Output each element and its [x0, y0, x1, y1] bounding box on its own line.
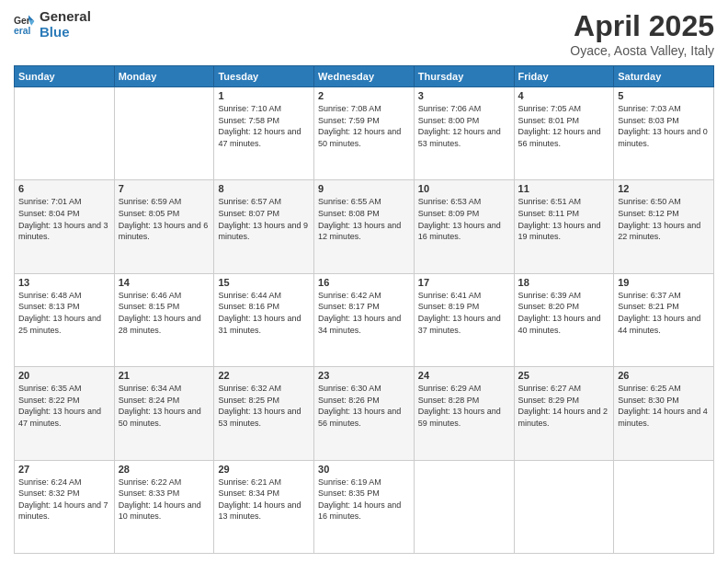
- day-number: 23: [318, 370, 410, 381]
- day-info: Sunrise: 7:08 AM Sunset: 7:59 PM Dayligh…: [318, 103, 410, 149]
- calendar-cell: 17Sunrise: 6:41 AM Sunset: 8:19 PM Dayli…: [414, 273, 514, 366]
- day-info: Sunrise: 6:42 AM Sunset: 8:17 PM Dayligh…: [318, 290, 410, 336]
- day-info: Sunrise: 6:35 AM Sunset: 8:22 PM Dayligh…: [18, 383, 110, 429]
- day-info: Sunrise: 7:01 AM Sunset: 8:04 PM Dayligh…: [18, 196, 110, 242]
- logo-icon: Gen eral: [14, 14, 36, 36]
- page: Gen eral General Blue April 2025 Oyace, …: [0, 0, 728, 563]
- calendar-cell: [514, 460, 614, 553]
- day-number: 28: [119, 464, 210, 475]
- header-friday: Friday: [514, 66, 614, 87]
- day-info: Sunrise: 6:55 AM Sunset: 8:08 PM Dayligh…: [318, 196, 410, 242]
- header-monday: Monday: [114, 66, 214, 87]
- calendar-cell: [114, 87, 214, 180]
- day-number: 3: [418, 90, 510, 101]
- day-info: Sunrise: 6:32 AM Sunset: 8:25 PM Dayligh…: [218, 383, 310, 429]
- day-number: 25: [518, 370, 610, 381]
- header-wednesday: Wednesday: [314, 66, 415, 87]
- svg-text:eral: eral: [14, 25, 31, 35]
- calendar-cell: 22Sunrise: 6:32 AM Sunset: 8:25 PM Dayli…: [214, 367, 314, 460]
- day-info: Sunrise: 6:27 AM Sunset: 8:29 PM Dayligh…: [518, 383, 610, 429]
- day-number: 2: [318, 90, 410, 101]
- calendar-cell: 3Sunrise: 7:06 AM Sunset: 8:00 PM Daylig…: [414, 87, 514, 180]
- logo: Gen eral General Blue: [14, 9, 91, 40]
- calendar-cell: 11Sunrise: 6:51 AM Sunset: 8:11 PM Dayli…: [514, 180, 614, 273]
- day-info: Sunrise: 6:51 AM Sunset: 8:11 PM Dayligh…: [518, 196, 610, 242]
- day-number: 26: [618, 370, 710, 381]
- calendar-subtitle: Oyace, Aosta Valley, Italy: [570, 43, 714, 58]
- day-info: Sunrise: 6:41 AM Sunset: 8:19 PM Dayligh…: [418, 290, 510, 336]
- calendar-cell: 6Sunrise: 7:01 AM Sunset: 8:04 PM Daylig…: [15, 180, 115, 273]
- day-number: 21: [119, 370, 210, 381]
- day-info: Sunrise: 6:30 AM Sunset: 8:26 PM Dayligh…: [318, 383, 410, 429]
- calendar-cell: 27Sunrise: 6:24 AM Sunset: 8:32 PM Dayli…: [15, 460, 115, 553]
- title-block: April 2025 Oyace, Aosta Valley, Italy: [570, 9, 714, 58]
- day-number: 9: [318, 183, 410, 194]
- calendar-cell: 23Sunrise: 6:30 AM Sunset: 8:26 PM Dayli…: [314, 367, 415, 460]
- day-number: 18: [518, 277, 610, 288]
- day-info: Sunrise: 6:44 AM Sunset: 8:16 PM Dayligh…: [218, 290, 310, 336]
- day-number: 29: [218, 464, 310, 475]
- calendar-cell: 28Sunrise: 6:22 AM Sunset: 8:33 PM Dayli…: [114, 460, 214, 553]
- calendar-header-row: SundayMondayTuesdayWednesdayThursdayFrid…: [15, 66, 714, 87]
- calendar-cell: 25Sunrise: 6:27 AM Sunset: 8:29 PM Dayli…: [514, 367, 614, 460]
- calendar-cell: [414, 460, 514, 553]
- day-info: Sunrise: 7:05 AM Sunset: 8:01 PM Dayligh…: [518, 103, 610, 149]
- week-row-3: 13Sunrise: 6:48 AM Sunset: 8:13 PM Dayli…: [15, 273, 714, 366]
- header-thursday: Thursday: [414, 66, 514, 87]
- day-number: 19: [618, 277, 710, 288]
- week-row-4: 20Sunrise: 6:35 AM Sunset: 8:22 PM Dayli…: [15, 367, 714, 460]
- calendar-cell: 30Sunrise: 6:19 AM Sunset: 8:35 PM Dayli…: [314, 460, 415, 553]
- day-info: Sunrise: 6:50 AM Sunset: 8:12 PM Dayligh…: [618, 196, 710, 242]
- day-number: 15: [218, 277, 310, 288]
- day-number: 27: [18, 464, 110, 475]
- day-number: 12: [618, 183, 710, 194]
- calendar-cell: 7Sunrise: 6:59 AM Sunset: 8:05 PM Daylig…: [114, 180, 214, 273]
- calendar-cell: 5Sunrise: 7:03 AM Sunset: 8:03 PM Daylig…: [614, 87, 714, 180]
- day-number: 7: [119, 183, 210, 194]
- day-number: 24: [418, 370, 510, 381]
- day-info: Sunrise: 6:46 AM Sunset: 8:15 PM Dayligh…: [119, 290, 210, 336]
- day-info: Sunrise: 7:10 AM Sunset: 7:58 PM Dayligh…: [218, 103, 310, 149]
- day-number: 22: [218, 370, 310, 381]
- day-number: 6: [18, 183, 110, 194]
- calendar-cell: 21Sunrise: 6:34 AM Sunset: 8:24 PM Dayli…: [114, 367, 214, 460]
- header-tuesday: Tuesday: [214, 66, 314, 87]
- calendar-cell: 13Sunrise: 6:48 AM Sunset: 8:13 PM Dayli…: [15, 273, 115, 366]
- calendar-table: SundayMondayTuesdayWednesdayThursdayFrid…: [14, 65, 714, 554]
- day-info: Sunrise: 6:29 AM Sunset: 8:28 PM Dayligh…: [418, 383, 510, 429]
- day-number: 16: [318, 277, 410, 288]
- week-row-5: 27Sunrise: 6:24 AM Sunset: 8:32 PM Dayli…: [15, 460, 714, 553]
- week-row-2: 6Sunrise: 7:01 AM Sunset: 8:04 PM Daylig…: [15, 180, 714, 273]
- calendar-cell: 8Sunrise: 6:57 AM Sunset: 8:07 PM Daylig…: [214, 180, 314, 273]
- day-number: 4: [518, 90, 610, 101]
- calendar-cell: 1Sunrise: 7:10 AM Sunset: 7:58 PM Daylig…: [214, 87, 314, 180]
- day-number: 14: [119, 277, 210, 288]
- day-number: 20: [18, 370, 110, 381]
- calendar-cell: 2Sunrise: 7:08 AM Sunset: 7:59 PM Daylig…: [314, 87, 415, 180]
- day-number: 17: [418, 277, 510, 288]
- calendar-cell: 9Sunrise: 6:55 AM Sunset: 8:08 PM Daylig…: [314, 180, 415, 273]
- day-number: 10: [418, 183, 510, 194]
- calendar-cell: 24Sunrise: 6:29 AM Sunset: 8:28 PM Dayli…: [414, 367, 514, 460]
- calendar-cell: [614, 460, 714, 553]
- calendar-cell: 16Sunrise: 6:42 AM Sunset: 8:17 PM Dayli…: [314, 273, 415, 366]
- header-saturday: Saturday: [614, 66, 714, 87]
- day-number: 8: [218, 183, 310, 194]
- calendar-title: April 2025: [570, 9, 714, 43]
- day-number: 5: [618, 90, 710, 101]
- calendar-cell: 10Sunrise: 6:53 AM Sunset: 8:09 PM Dayli…: [414, 180, 514, 273]
- calendar-cell: 20Sunrise: 6:35 AM Sunset: 8:22 PM Dayli…: [15, 367, 115, 460]
- calendar-cell: 19Sunrise: 6:37 AM Sunset: 8:21 PM Dayli…: [614, 273, 714, 366]
- day-number: 13: [18, 277, 110, 288]
- day-number: 1: [218, 90, 310, 101]
- day-info: Sunrise: 6:22 AM Sunset: 8:33 PM Dayligh…: [119, 477, 210, 523]
- day-number: 30: [318, 464, 410, 475]
- day-info: Sunrise: 6:37 AM Sunset: 8:21 PM Dayligh…: [618, 290, 710, 336]
- logo-text: General Blue: [40, 9, 91, 40]
- calendar-cell: 15Sunrise: 6:44 AM Sunset: 8:16 PM Dayli…: [214, 273, 314, 366]
- calendar-cell: [15, 87, 115, 180]
- day-info: Sunrise: 6:25 AM Sunset: 8:30 PM Dayligh…: [618, 383, 710, 429]
- day-info: Sunrise: 6:24 AM Sunset: 8:32 PM Dayligh…: [18, 477, 110, 523]
- day-info: Sunrise: 6:34 AM Sunset: 8:24 PM Dayligh…: [119, 383, 210, 429]
- day-info: Sunrise: 6:21 AM Sunset: 8:34 PM Dayligh…: [218, 477, 310, 523]
